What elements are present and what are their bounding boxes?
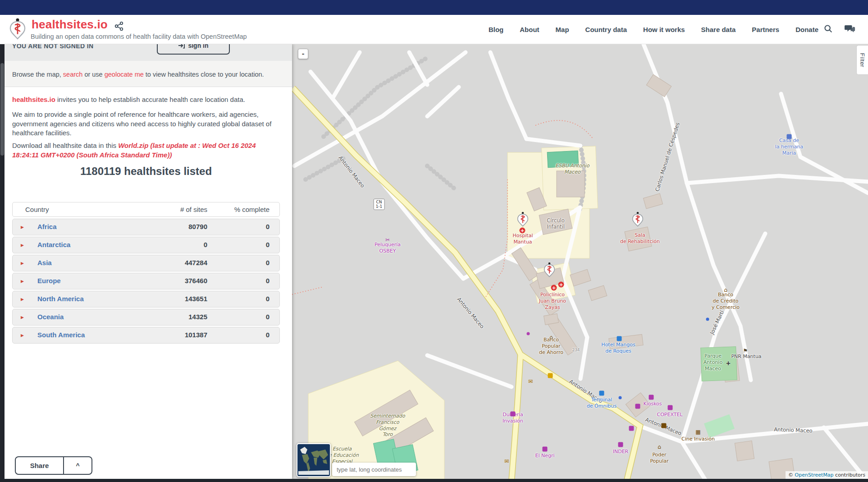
share-button-label[interactable]: Share — [16, 457, 64, 474]
sites-count: 447284 — [185, 259, 207, 266]
table-row-asia[interactable]: ▸Asia4472840 — [12, 255, 280, 271]
table-row-africa[interactable]: ▸Africa807900 — [12, 219, 280, 235]
geolocate-link[interactable]: geolocate me — [105, 71, 144, 78]
openstreetmap-link[interactable]: OpenStreetMap — [795, 472, 834, 478]
table-row-oceania[interactable]: ▸Oceania143250 — [12, 309, 280, 326]
continent-link[interactable]: Europe — [37, 277, 61, 285]
overview-minimap[interactable] — [297, 443, 331, 477]
nav-item-about[interactable]: About — [520, 26, 539, 33]
col-complete: % complete — [234, 206, 270, 213]
search-link[interactable]: search — [63, 71, 83, 78]
filter-tab[interactable]: Filter — [856, 45, 868, 75]
sites-count: 14325 — [188, 313, 207, 321]
sites-count: 143651 — [185, 295, 207, 303]
healthsite-marker-icon[interactable] — [632, 211, 644, 229]
browse-band: Browse the map, search or use geolocate … — [5, 61, 292, 87]
map-base-layer — [292, 44, 868, 482]
minimap-world-image — [297, 444, 330, 476]
sidebar-panel: YOU ARE NOT SIGNED IN sign in Browse the… — [5, 44, 292, 479]
continent-link[interactable]: North America — [37, 295, 84, 303]
nav-item-map[interactable]: Map — [556, 26, 569, 33]
complete-percent: 0 — [266, 241, 270, 248]
healthsite-marker-icon[interactable] — [544, 262, 556, 280]
caret-right-icon[interactable]: ▸ — [21, 295, 24, 303]
nav-item-donate[interactable]: Donate — [795, 26, 818, 33]
complete-percent: 0 — [266, 259, 270, 266]
coords-input-wrap — [332, 463, 416, 476]
complete-percent: 0 — [266, 295, 270, 303]
continent-link[interactable]: South America — [37, 331, 85, 339]
main-nav: BlogAboutMapCountry dataHow it worksShar… — [489, 15, 818, 44]
complete-percent: 0 — [266, 331, 270, 339]
caret-right-icon[interactable]: ▸ — [21, 277, 24, 285]
country-table: Country # of sites % complete ▸Africa807… — [12, 202, 280, 345]
scrollbar-thumb[interactable] — [0, 63, 4, 156]
col-country: Country — [25, 206, 49, 213]
healthsites-count-headline: 1180119 healthsites listed — [12, 165, 280, 178]
chat-icon[interactable] — [845, 24, 855, 35]
table-row-europe[interactable]: ▸Europe3764600 — [12, 273, 280, 289]
sites-count: 0 — [204, 241, 207, 248]
chevron-up-icon[interactable]: ^ — [64, 457, 91, 474]
mission-paragraph: We aim to provide a single point of refe… — [12, 110, 283, 138]
caret-right-icon[interactable]: ▸ — [21, 223, 24, 230]
browse-text: Browse the map, search or use geolocate … — [12, 71, 264, 78]
table-row-antarctica[interactable]: ▸Antarctica00 — [12, 237, 280, 253]
invite-paragraph: healthsites.io invites you to help estab… — [12, 95, 278, 105]
col-sites: # of sites — [180, 206, 207, 213]
sites-count: 376460 — [185, 277, 207, 285]
coords-input[interactable] — [332, 463, 416, 476]
sites-count: 101387 — [185, 331, 207, 339]
continent-link[interactable]: Antarctica — [37, 241, 70, 248]
caret-right-icon[interactable]: ▸ — [21, 241, 24, 248]
site-header: healthsites.io Building an open data com… — [0, 15, 868, 44]
healthsites-logo[interactable] — [9, 18, 26, 42]
caret-right-icon[interactable]: ▸ — [21, 259, 24, 266]
table-header-row: Country # of sites % complete — [12, 202, 280, 217]
zoom-out-button[interactable]: - — [298, 49, 308, 59]
bottom-dark-bar — [0, 479, 868, 482]
brand-title[interactable]: healthsites.io — [32, 18, 108, 32]
nav-item-partners[interactable]: Partners — [752, 26, 779, 33]
nav-item-country-data[interactable]: Country data — [585, 26, 627, 33]
caret-right-icon[interactable]: ▸ — [21, 331, 24, 339]
search-icon[interactable] — [823, 24, 833, 35]
share-nodes-icon[interactable] — [114, 21, 124, 33]
download-paragraph: Download all healthsite data in this Wor… — [12, 141, 283, 160]
share-button[interactable]: Share ^ — [15, 456, 92, 475]
continent-link[interactable]: Africa — [37, 223, 57, 230]
complete-percent: 0 — [266, 277, 270, 285]
nav-item-share-data[interactable]: Share data — [701, 26, 736, 33]
site-tagline: Building an open data commons of health … — [31, 33, 247, 40]
plus-marker: + — [726, 359, 731, 368]
highway-shield: CN 1-1 — [374, 199, 385, 210]
sites-count: 80790 — [188, 223, 207, 230]
table-row-north-america[interactable]: ▸North America1436510 — [12, 291, 280, 308]
top-navy-bar — [0, 0, 868, 15]
continent-link[interactable]: Oceania — [37, 313, 64, 321]
table-row-south-america[interactable]: ▸South America1013870 — [12, 327, 280, 344]
complete-percent: 0 — [266, 313, 270, 321]
left-scrollbar[interactable] — [0, 15, 5, 482]
caret-right-icon[interactable]: ▸ — [21, 313, 24, 321]
healthsite-marker-icon[interactable] — [517, 211, 529, 229]
map-attribution: © OpenStreetMap contributors — [786, 471, 868, 479]
brand-mention[interactable]: healthsites.io — [12, 96, 55, 103]
complete-percent: 0 — [266, 223, 270, 230]
continent-link[interactable]: Asia — [37, 259, 52, 266]
map-canvas[interactable]: Antonio MaceoAntonio MaceoAntonio MaceoA… — [292, 44, 868, 482]
page: healthsites.io Building an open data com… — [0, 0, 868, 482]
nav-item-blog[interactable]: Blog — [489, 26, 503, 33]
nav-item-how-it-works[interactable]: How it works — [643, 26, 685, 33]
